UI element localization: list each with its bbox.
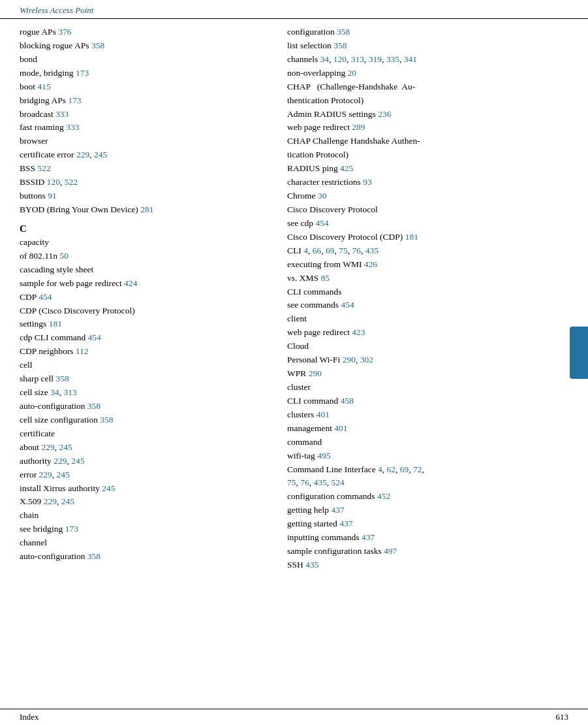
page-ref[interactable]: 75 — [287, 477, 296, 487]
page-ref[interactable]: 173 — [76, 68, 89, 78]
page-ref[interactable]: 522 — [65, 177, 78, 187]
page-ref[interactable]: 245 — [102, 483, 115, 493]
main-term: bond — [20, 54, 37, 64]
index-entry: blocking rogue APs 358 — [20, 39, 261, 53]
page-ref[interactable]: 290 — [309, 368, 322, 378]
index-entry: sharp cell 358 — [20, 372, 261, 386]
index-entry: capacity — [20, 236, 261, 250]
page-ref[interactable]: 319 — [369, 54, 382, 64]
page-ref[interactable]: 236 — [378, 109, 391, 119]
page-ref[interactable]: 290 — [343, 355, 356, 364]
page-ref[interactable]: 289 — [352, 122, 365, 132]
page-ref[interactable]: 358 — [87, 401, 101, 411]
page-ref[interactable]: 245 — [71, 456, 84, 466]
page-ref[interactable]: 425 — [340, 163, 353, 173]
page-ref[interactable]: 229 — [41, 442, 54, 452]
index-entry: authority 229, 245 — [20, 455, 261, 468]
page-ref[interactable]: 313 — [63, 387, 76, 397]
page-ref[interactable]: 93 — [363, 177, 372, 187]
page-ref[interactable]: 452 — [377, 491, 390, 501]
page-ref[interactable]: 313 — [351, 54, 364, 64]
page-ref[interactable]: 173 — [65, 524, 78, 534]
page-ref[interactable]: 34 — [320, 54, 330, 64]
page-ref[interactable]: 76 — [352, 246, 361, 255]
page-ref[interactable]: 454 — [315, 218, 328, 228]
page-ref[interactable]: 181 — [405, 232, 418, 242]
page-ref[interactable]: 458 — [341, 396, 354, 406]
page-ref[interactable]: 454 — [341, 300, 354, 310]
main-term: Cisco Discovery Protocol (CDP) 181 — [287, 232, 418, 242]
page-ref[interactable]: 454 — [39, 292, 52, 302]
separator: , — [57, 496, 61, 506]
page-ref[interactable]: 69 — [400, 464, 409, 474]
page-ref[interactable]: 437 — [339, 519, 352, 528]
page-ref[interactable]: 229 — [44, 496, 57, 506]
page-ref[interactable]: 435 — [365, 246, 379, 255]
page-ref[interactable]: 423 — [352, 327, 365, 337]
sub-sub-term: thentication Protocol) — [287, 95, 364, 105]
page-ref[interactable]: 424 — [124, 278, 137, 288]
page-ref[interactable]: 335 — [386, 54, 399, 64]
page-ref[interactable]: 229 — [76, 150, 89, 159]
page-ref[interactable]: 4 — [378, 464, 382, 474]
page-ref[interactable]: 358 — [91, 40, 104, 50]
page-ref[interactable]: 401 — [334, 423, 347, 433]
page-ref[interactable]: 376 — [58, 27, 71, 37]
page-ref[interactable]: 69 — [326, 246, 335, 255]
page-ref[interactable]: 333 — [55, 109, 69, 119]
page-ref[interactable]: 50 — [59, 251, 69, 261]
page-ref[interactable]: 437 — [362, 532, 375, 542]
page-ref[interactable]: 497 — [384, 546, 397, 556]
page-ref[interactable]: 66 — [313, 246, 322, 255]
page-ref[interactable]: 229 — [39, 470, 52, 479]
main-term: cascading style sheet — [20, 265, 93, 274]
separator: , — [308, 246, 313, 255]
page-ref[interactable]: 435 — [305, 560, 318, 570]
index-entry: character restrictions 93 — [287, 176, 548, 189]
page-ref[interactable]: 358 — [87, 551, 101, 561]
main-term: browser — [20, 136, 48, 146]
page-ref[interactable]: 85 — [320, 273, 330, 283]
page-ref[interactable]: 302 — [360, 355, 373, 364]
page-ref[interactable]: 426 — [364, 259, 377, 269]
page-ref[interactable]: 120 — [47, 177, 60, 187]
page-ref[interactable]: 524 — [332, 477, 345, 487]
main-term: CHAP Challenge Handshake Authen- — [287, 136, 420, 146]
page-ref[interactable]: 358 — [100, 415, 113, 425]
page-ref[interactable]: 281 — [140, 204, 153, 214]
page-ref[interactable]: 415 — [37, 82, 50, 91]
page-ref[interactable]: 454 — [88, 332, 101, 342]
page-ref[interactable]: 522 — [37, 163, 50, 173]
page-ref[interactable]: 30 — [318, 191, 327, 201]
page-ref[interactable]: 341 — [404, 54, 417, 64]
page-ref[interactable]: 75 — [339, 246, 348, 255]
page-ref[interactable]: 435 — [314, 477, 327, 487]
page-ref[interactable]: 120 — [333, 54, 347, 64]
page-ref[interactable]: 72 — [413, 464, 422, 474]
page-header: Wireless Access Point — [0, 0, 588, 19]
page-ref[interactable]: 245 — [57, 470, 70, 479]
page-ref[interactable]: 358 — [337, 27, 350, 37]
page-ref[interactable]: 245 — [59, 442, 72, 452]
page-ref[interactable]: 245 — [61, 496, 74, 506]
page-ref[interactable]: 358 — [333, 40, 347, 50]
page-ref[interactable]: 76 — [300, 477, 309, 487]
page-ref[interactable]: 229 — [54, 456, 67, 466]
page-ref[interactable]: 4 — [303, 246, 308, 255]
header-title: Wireless Access Point — [20, 5, 93, 15]
page-ref[interactable]: 62 — [387, 464, 396, 474]
page-ref[interactable]: 401 — [317, 410, 330, 419]
page-ref[interactable]: 173 — [68, 95, 81, 105]
page-ref[interactable]: 358 — [55, 374, 69, 383]
page-ref[interactable]: 437 — [332, 505, 345, 515]
page-ref[interactable]: 181 — [49, 319, 62, 329]
page-ref[interactable]: 91 — [48, 191, 57, 201]
page-ref[interactable]: 20 — [348, 68, 357, 78]
main-term: capacity — [20, 237, 49, 247]
page-ref[interactable]: 245 — [94, 150, 107, 159]
page-ref[interactable]: 112 — [76, 346, 89, 356]
page-ref[interactable]: 333 — [66, 122, 79, 132]
page-ref[interactable]: 495 — [317, 451, 330, 460]
main-term: cluster — [287, 382, 311, 392]
page-ref[interactable]: 34 — [50, 387, 59, 397]
